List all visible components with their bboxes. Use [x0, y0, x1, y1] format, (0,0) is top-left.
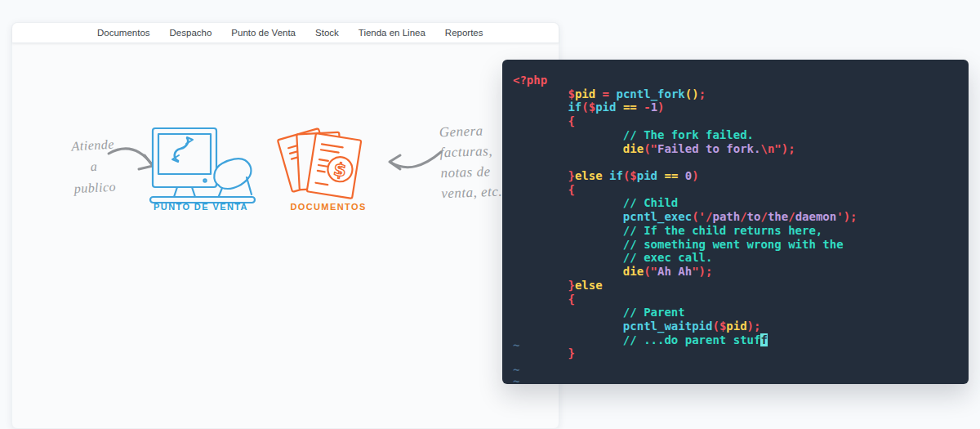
code-token: pcntl_waitpid: [623, 320, 713, 333]
documentos-label: DOCUMENTOS: [260, 202, 397, 212]
code-token: ');: [836, 210, 857, 223]
code-token: [513, 114, 568, 127]
code-token: }: [568, 169, 574, 182]
code-token: ");: [774, 142, 795, 155]
code-token: [616, 101, 622, 114]
code-token: if: [609, 169, 623, 182]
code-token: path: [712, 210, 740, 223]
app-card: DocumentosDespachoPunto de VentaStockTie…: [11, 22, 559, 429]
code-token: [513, 279, 568, 292]
code-token: (: [581, 101, 588, 114]
code-token: [513, 169, 568, 182]
code-line: {: [513, 114, 964, 128]
code-token: [637, 101, 644, 114]
code-token: {: [568, 293, 574, 306]
nav-item-despacho[interactable]: Despacho: [170, 28, 212, 38]
page: { "page": { "background": "#f8fafc" }, "…: [0, 0, 980, 429]
code-token: [513, 265, 623, 278]
code-token: [513, 333, 623, 346]
note-line: venta, etc.: [441, 181, 503, 204]
code-content[interactable]: <?php $pid = pcntl_fork(); if($pid == -1…: [513, 74, 964, 360]
code-line: // If the child returns here,: [513, 224, 964, 238]
code-token: );: [747, 320, 761, 333]
code-token: [513, 101, 568, 114]
code-token: the: [768, 210, 788, 223]
code-line: }: [513, 346, 964, 360]
code-token: pid: [726, 320, 746, 333]
code-line: }else: [513, 279, 964, 293]
punto-de-venta-label: PUNTO DE VENTA: [132, 202, 270, 212]
nav-item-reportes[interactable]: Reportes: [445, 28, 483, 38]
code-token: // If the child returns here,: [623, 224, 822, 237]
code-token: (: [712, 320, 719, 333]
code-token: ");: [692, 265, 712, 278]
code-token: }: [568, 346, 574, 360]
code-token: (": [644, 142, 657, 155]
code-token: if: [568, 101, 581, 114]
code-token: [513, 238, 623, 251]
code-token: [513, 142, 623, 155]
nav-item-documentos[interactable]: Documentos: [97, 28, 150, 38]
code-token: Failed to fork.: [657, 142, 760, 155]
code-token: die: [623, 142, 644, 155]
code-token: [513, 87, 568, 101]
nav-item-stock[interactable]: Stock: [315, 28, 339, 38]
code-line: pcntl_waitpid($pid);: [513, 320, 964, 333]
code-line: // something went wrong with the: [513, 238, 964, 252]
code-token: // something went wrong with the: [623, 238, 844, 251]
code-token: to: [747, 210, 761, 223]
code-token: [513, 320, 623, 333]
code-token: else: [575, 279, 603, 292]
note-line: facturas,: [439, 141, 501, 163]
code-token: Ah Ah: [657, 265, 692, 278]
code-token: [678, 169, 684, 182]
code-line: // Child: [513, 196, 964, 210]
code-token: /: [760, 210, 767, 223]
code-line: $pid = pcntl_fork();: [513, 87, 964, 101]
code-token: =: [603, 87, 609, 101]
code-token: /: [788, 210, 795, 223]
code-token: daemon: [795, 210, 837, 223]
code-token: [513, 306, 623, 319]
code-line: // ...do parent stuff: [513, 333, 964, 347]
code-line: die("Ah Ah");: [513, 265, 964, 279]
code-token: [513, 210, 623, 223]
code-editor[interactable]: <?php $pid = pcntl_fork(); if($pid == -1…: [502, 60, 969, 384]
note-line: notas de: [440, 161, 502, 184]
code-token: pcntl_exec: [623, 210, 692, 223]
code-token: // Child: [623, 196, 678, 209]
vim-tilde: ~: [513, 374, 519, 388]
code-line: // The fork failed.: [513, 128, 964, 142]
code-token: // The fork failed.: [623, 128, 754, 141]
code-token: pid: [595, 101, 616, 114]
code-token: [513, 224, 623, 237]
code-token: [513, 293, 568, 306]
code-token: [595, 87, 602, 101]
code-token: $: [630, 169, 636, 182]
code-token: pid: [637, 169, 657, 182]
code-token: // Parent: [623, 306, 685, 319]
text-cursor: f: [760, 333, 767, 346]
code-line: {: [513, 293, 964, 306]
code-token: /: [740, 210, 746, 223]
code-token: ==: [665, 169, 679, 182]
code-token: {: [568, 183, 574, 196]
code-token: else: [575, 169, 603, 182]
nav-item-punto-de-venta[interactable]: Punto de Venta: [231, 28, 296, 38]
nav-item-tienda-en-linea[interactable]: Tienda en Linea: [359, 28, 425, 38]
code-token: -: [644, 101, 650, 114]
code-token: ): [692, 169, 698, 182]
code-token: pid: [575, 87, 595, 101]
code-token: pcntl_fork: [616, 87, 684, 101]
code-line: pcntl_exec('/path/to/the/daemon');: [513, 210, 964, 224]
code-token: ): [657, 101, 664, 114]
navbar-items: DocumentosDespachoPunto de VentaStockTie…: [12, 23, 559, 43]
code-line: {: [513, 183, 964, 197]
code-token: (): [685, 87, 699, 101]
code-token: [513, 183, 568, 196]
code-token: {: [568, 114, 574, 127]
code-token: ;: [699, 87, 706, 101]
note-line: publico: [54, 175, 136, 200]
code-line: // exec call.: [513, 251, 964, 265]
code-token: // ...do parent stuf: [623, 333, 761, 346]
